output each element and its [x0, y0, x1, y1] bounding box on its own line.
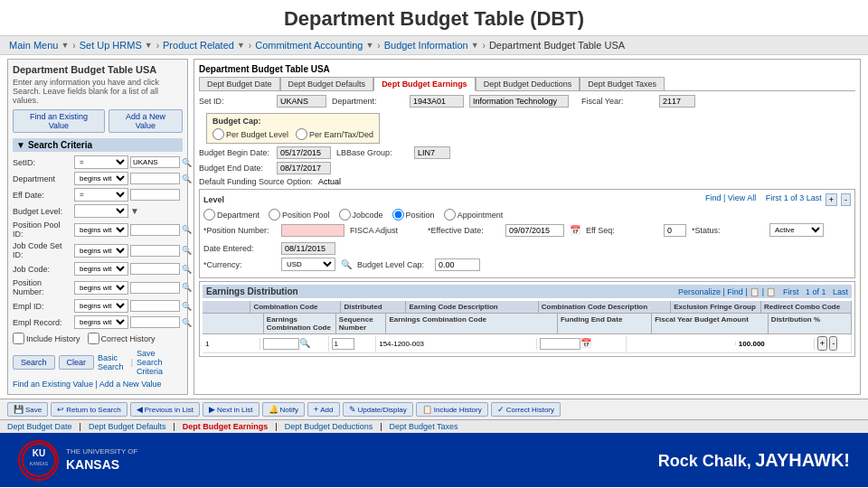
department-operator[interactable]: begins with [74, 172, 128, 185]
td-funding-end[interactable]: 📅 [537, 336, 626, 352]
breadcrumb-main-menu[interactable]: Main Menu [9, 40, 58, 51]
bottom-tab-dept-budget-defaults[interactable]: Dept Budget Defaults [89, 422, 166, 431]
empl-record-operator[interactable]: begins with [74, 315, 128, 329]
combo-code-input[interactable] [263, 338, 299, 350]
jobcode-setid-search-icon[interactable]: 🔍 [182, 246, 192, 255]
per-earn-tax-ded-radio[interactable]: Per Earn/Tax/Ded [296, 128, 373, 140]
funding-end-calendar-icon[interactable]: 📅 [580, 338, 591, 348]
level-cap-input[interactable] [435, 258, 480, 271]
jobcode-input[interactable] [130, 263, 180, 275]
tab-dept-budget-deductions[interactable]: Dept Budget Deductions [476, 77, 580, 90]
emplid-input[interactable] [130, 300, 180, 312]
next-in-list-button[interactable]: ▶ Next in List [203, 402, 259, 417]
dept-right-input[interactable] [410, 95, 464, 108]
begin-date-input[interactable] [277, 146, 331, 159]
td-seq-num[interactable] [329, 336, 377, 352]
setid-operator[interactable]: = [74, 155, 128, 169]
per-budget-level-radio[interactable]: Per Budget Level [212, 128, 288, 140]
emplid-operator[interactable]: begins with [74, 299, 128, 313]
pospool-search-icon[interactable]: 🔍 [182, 225, 192, 234]
tab-dept-budget-defaults[interactable]: Dept Budget Defaults [280, 77, 374, 90]
eff-seq-input[interactable] [664, 224, 686, 237]
level-jobcode-radio[interactable]: Jobcode [339, 209, 383, 221]
search-button[interactable]: Search [13, 355, 55, 370]
pospool-input[interactable] [130, 224, 180, 236]
level-appointment-radio[interactable]: Appointment [444, 209, 504, 221]
collapse-icon[interactable]: ▼ [16, 140, 25, 150]
correct-history-button[interactable]: ✓ Correct History [491, 402, 561, 417]
emplid-search-icon[interactable]: 🔍 [182, 302, 192, 311]
combo-code-search-icon[interactable]: 🔍 [299, 338, 310, 348]
empl-record-search-icon[interactable]: 🔍 [182, 318, 192, 327]
notify-button[interactable]: 🔔 Notify [262, 402, 305, 417]
row-add-btn[interactable]: + [817, 336, 827, 351]
budget-level-dropdown-icon[interactable]: ▼ [130, 206, 139, 216]
level-remove-btn[interactable]: - [841, 193, 851, 206]
return-to-search-button[interactable]: ↩ Return to Search [51, 402, 127, 417]
bottom-tab-dept-budget-taxes[interactable]: Dept Budget Taxes [390, 422, 458, 431]
setid-right-input[interactable] [277, 95, 326, 108]
position-num-input[interactable] [130, 282, 180, 294]
currency-search-icon[interactable]: 🔍 [341, 259, 352, 269]
breadcrumb-commitment-accounting[interactable]: Commitment Accounting [255, 40, 363, 51]
include-history-button[interactable]: 📋 Include History [416, 402, 488, 417]
save-search-link[interactable]: Save Search Criteria [137, 349, 183, 376]
jobcode-search-icon[interactable]: 🔍 [182, 265, 192, 274]
td-actions[interactable]: + - [815, 334, 852, 352]
position-num-search-icon[interactable]: 🔍 [182, 283, 192, 292]
status-select[interactable]: Active [769, 223, 824, 237]
save-button[interactable]: 💾 Save [7, 402, 48, 417]
department-input[interactable] [130, 173, 180, 184]
pospool-operator[interactable]: begins with [74, 223, 128, 237]
fiscal-year-input[interactable] [659, 95, 695, 108]
tab-dept-budget-date[interactable]: Dept Budget Date [199, 77, 280, 90]
find-view-all-link[interactable]: Find | View All [705, 193, 756, 206]
tab-dept-budget-earnings[interactable]: Dept Budget Earnings [373, 77, 476, 91]
include-history-checkbox[interactable]: Include History [13, 333, 80, 344]
budget-level-select[interactable] [74, 204, 128, 218]
clear-button[interactable]: Clear [59, 355, 95, 370]
eff-date-calendar-icon[interactable]: 📅 [570, 225, 580, 235]
add-new-button[interactable]: Add a New Value [108, 109, 183, 133]
level-department-radio[interactable]: Department [203, 209, 259, 221]
level-header: Level Find | View All First 1 of 3 Last … [203, 193, 851, 206]
jobcode-setid-operator[interactable]: begins with [74, 244, 128, 258]
empl-record-input[interactable] [130, 316, 180, 328]
basic-search-link[interactable]: Basic Search [98, 353, 127, 371]
td-combo-code[interactable]: 🔍 [260, 336, 328, 352]
position-num-operator[interactable]: begins with [74, 281, 128, 295]
update-display-button[interactable]: ✎ Update/Display [343, 402, 413, 417]
seq-num-input[interactable] [332, 338, 354, 350]
add-new-bottom-link[interactable]: Add a New Value [99, 380, 162, 389]
funding-end-input[interactable] [540, 338, 580, 350]
bottom-tab-dept-budget-earnings[interactable]: Dept Budget Earnings [183, 422, 269, 431]
tab-dept-budget-taxes[interactable]: Dept Budget Taxes [580, 77, 665, 90]
effdate-input[interactable] [130, 189, 180, 201]
setid-search-icon[interactable]: 🔍 [182, 158, 192, 167]
level-position-pool-radio[interactable]: Position Pool [269, 209, 330, 221]
end-date-input[interactable] [277, 162, 331, 174]
add-button[interactable]: + Add [307, 402, 340, 417]
jobcode-operator[interactable]: begins with [74, 262, 128, 276]
setid-input[interactable] [130, 156, 180, 168]
find-existing-bottom-link[interactable]: Find an Existing Value [13, 380, 93, 389]
bottom-tab-dept-budget-date[interactable]: Dept Budget Date [7, 422, 72, 431]
lbbase-input[interactable] [414, 146, 450, 159]
breadcrumb-budget-information[interactable]: Budget Information [384, 40, 468, 51]
level-position-radio[interactable]: Position [392, 209, 435, 221]
find-existing-button[interactable]: Find an Existing Value [13, 109, 105, 133]
breadcrumb-sep-0: › [72, 41, 75, 51]
currency-select[interactable]: USD [281, 258, 335, 271]
position-num-right-input[interactable] [281, 224, 344, 237]
jobcode-setid-input[interactable] [130, 245, 180, 257]
breadcrumb-product-related[interactable]: Product Related [163, 40, 234, 51]
eff-date-right-input[interactable] [505, 224, 564, 237]
level-add-btn[interactable]: + [826, 193, 837, 206]
department-search-icon[interactable]: 🔍 [182, 174, 192, 183]
correct-history-checkbox[interactable]: Correct History [88, 333, 156, 344]
previous-in-list-button[interactable]: ◀ Previous in List [130, 402, 200, 417]
breadcrumb-setup-hrms[interactable]: Set Up HRMS [80, 40, 142, 51]
bottom-tab-dept-budget-deductions[interactable]: Dept Budget Deductions [285, 422, 373, 431]
row-remove-btn[interactable]: - [829, 336, 837, 351]
effdate-operator[interactable]: = [74, 188, 128, 202]
